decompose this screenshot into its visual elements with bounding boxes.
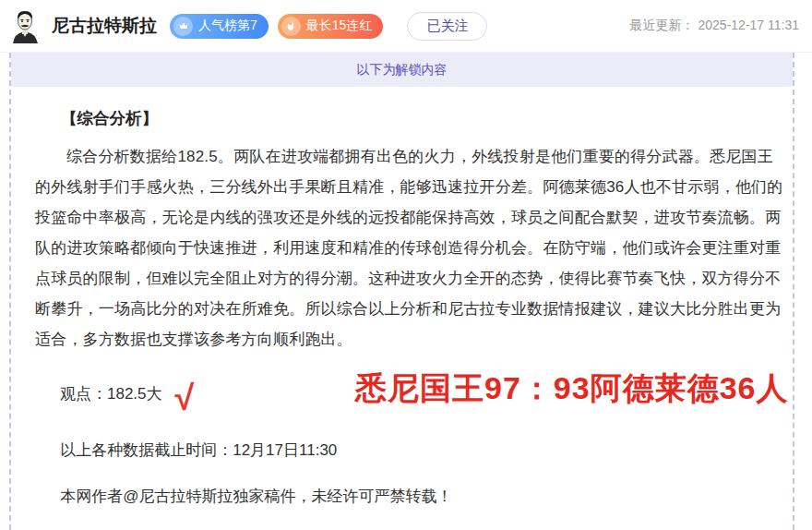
viewpoint-row: 观点：182.5大√ 悉尼国王97：93阿德莱德36人 bbox=[35, 373, 785, 416]
analysis-paragraph: 综合分析数据给182.5。两队在进攻端都拥有出色的火力，外线投射是他们重要的得分… bbox=[35, 141, 785, 355]
red-checkmark-icon: √ bbox=[175, 380, 195, 416]
last-updated: 最近更新：2025-12-17 11:31 bbox=[630, 18, 800, 34]
unlocked-content-card: 以下为解锁内容 【综合分析】 综合分析数据给182.5。两队在进攻端都拥有出色的… bbox=[9, 53, 794, 530]
followed-button[interactable]: 已关注 bbox=[407, 12, 487, 41]
crown-icon bbox=[173, 17, 193, 36]
score-annotation: 悉尼国王97：93阿德莱德36人 bbox=[355, 367, 788, 410]
section-title: 【综合分析】 bbox=[35, 107, 785, 129]
avatar[interactable] bbox=[7, 8, 42, 43]
win-streak-label: 最长15连红 bbox=[306, 18, 373, 34]
unlock-banner: 以下为解锁内容 bbox=[11, 53, 793, 87]
popularity-rank-badge: 人气榜第7 bbox=[170, 14, 269, 39]
profile-header: 尼古拉特斯拉 人气榜第7 最长15连红 已关注 最近更新：2025-12-17 … bbox=[0, 0, 812, 53]
win-streak-badge: 最长15连红 bbox=[278, 14, 384, 39]
flame-icon bbox=[281, 17, 301, 36]
data-deadline: 以上各种数据截止时间：12月17日11:30 bbox=[35, 440, 785, 462]
username: 尼古拉特斯拉 bbox=[52, 14, 157, 38]
popularity-rank-label: 人气榜第7 bbox=[198, 18, 257, 34]
copyright-notice: 本网作者@尼古拉特斯拉独家稿件，未经许可严禁转载！ bbox=[35, 486, 785, 508]
last-updated-label: 最近更新： bbox=[630, 18, 695, 32]
portrait-illustration bbox=[7, 8, 42, 43]
article-body: 【综合分析】 综合分析数据给182.5。两队在进攻端都拥有出色的火力，外线投射是… bbox=[11, 87, 793, 530]
last-updated-time: 2025-12-17 11:31 bbox=[699, 18, 800, 32]
viewpoint-text: 观点：182.5大 bbox=[35, 385, 162, 403]
